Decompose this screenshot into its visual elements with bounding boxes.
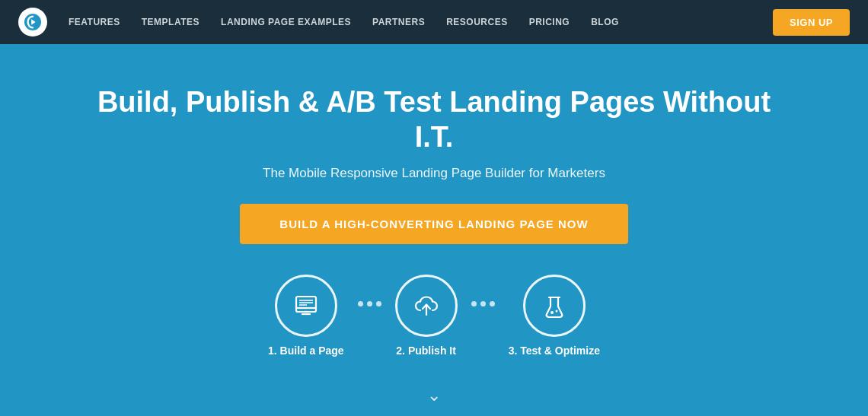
dot bbox=[471, 301, 477, 306]
step-2-label: 2. Publish It bbox=[396, 345, 456, 357]
logo[interactable] bbox=[18, 8, 47, 37]
steps-container: 1. Build a Page 2. Publish It bbox=[268, 275, 600, 357]
step-3: 3. Test & Optimize bbox=[509, 275, 600, 357]
dot bbox=[490, 301, 495, 306]
hero-subtitle: The Mobile Responsive Landing Page Build… bbox=[263, 166, 605, 181]
step-2-circle bbox=[395, 275, 458, 337]
navbar: FEATURES TEMPLATES LANDING PAGE EXAMPLES… bbox=[0, 0, 868, 44]
dot bbox=[358, 301, 363, 306]
step-1: 1. Build a Page bbox=[268, 275, 344, 357]
signup-button[interactable]: SIGN UP bbox=[773, 9, 850, 36]
step-3-circle bbox=[523, 275, 586, 337]
step-1-circle bbox=[275, 275, 337, 337]
step-1-label: 1. Build a Page bbox=[268, 345, 344, 357]
dot bbox=[480, 301, 486, 306]
dots-2-3 bbox=[458, 301, 509, 329]
chevron-down-icon[interactable]: ⌄ bbox=[427, 386, 441, 405]
nav-templates[interactable]: TEMPLATES bbox=[142, 17, 199, 27]
nav-blog[interactable]: BLOG bbox=[591, 17, 619, 27]
svg-point-10 bbox=[550, 311, 554, 314]
dots-1-2 bbox=[344, 301, 395, 329]
dot bbox=[367, 301, 372, 306]
hero-section: Build, Publish & A/B Test Landing Pages … bbox=[0, 44, 868, 416]
nav-links: FEATURES TEMPLATES LANDING PAGE EXAMPLES… bbox=[69, 17, 773, 27]
hero-title: Build, Publish & A/B Test Landing Pages … bbox=[91, 85, 777, 154]
nav-features[interactable]: FEATURES bbox=[69, 17, 120, 27]
dot bbox=[376, 301, 381, 306]
svg-point-11 bbox=[555, 310, 557, 312]
svg-rect-1 bbox=[296, 297, 316, 312]
hero-cta-button[interactable]: BUILD A HIGH-CONVERTING LANDING PAGE NOW bbox=[240, 204, 627, 244]
step-3-label: 3. Test & Optimize bbox=[509, 345, 600, 357]
step-2: 2. Publish It bbox=[395, 275, 458, 357]
nav-pricing[interactable]: PRICING bbox=[529, 17, 570, 27]
nav-landing-page-examples[interactable]: LANDING PAGE EXAMPLES bbox=[221, 17, 351, 27]
nav-partners[interactable]: PARTNERS bbox=[372, 17, 425, 27]
nav-resources[interactable]: RESOURCES bbox=[446, 17, 508, 27]
